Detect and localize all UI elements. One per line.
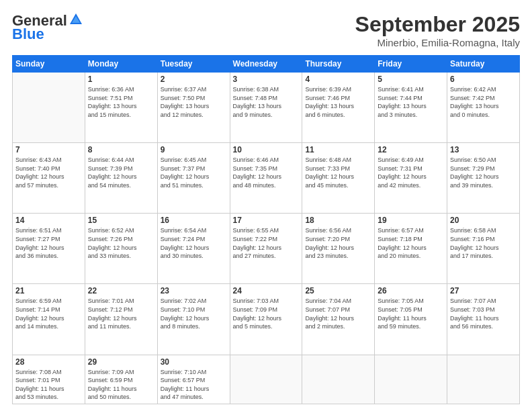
day-info: Sunrise: 7:07 AMSunset: 7:03 PMDaylight:…: [450, 297, 517, 330]
day-number: 2: [161, 75, 227, 84]
day-info: Sunrise: 6:39 AMSunset: 7:46 PMDaylight:…: [305, 85, 371, 119]
day-info: Sunrise: 7:02 AMSunset: 7:10 PMDaylight:…: [161, 297, 227, 330]
day-number: 22: [88, 286, 154, 295]
location: Minerbio, Emilia-Romagna, Italy: [355, 37, 520, 48]
calendar-table: SundayMondayTuesdayWednesdayThursdayFrid…: [12, 55, 520, 404]
calendar-cell: 4Sunrise: 6:39 AMSunset: 7:46 PMDaylight…: [302, 73, 375, 143]
logo: General Blue: [12, 12, 83, 43]
calendar-cell: 30Sunrise: 7:10 AMSunset: 6:57 PMDayligh…: [157, 355, 230, 404]
day-number: 28: [15, 357, 82, 367]
day-number: 10: [233, 145, 300, 154]
calendar-cell: 21Sunrise: 6:59 AMSunset: 7:14 PMDayligh…: [13, 284, 85, 355]
day-number: 4: [305, 75, 371, 84]
calendar-week-5: 28Sunrise: 7:08 AMSunset: 7:01 PMDayligh…: [13, 355, 520, 404]
day-info: Sunrise: 7:03 AMSunset: 7:09 PMDaylight:…: [233, 297, 300, 330]
header: General Blue September 2025 Minerbio, Em…: [12, 12, 520, 48]
calendar-cell: 9Sunrise: 6:45 AMSunset: 7:37 PMDaylight…: [157, 143, 230, 214]
day-number: 20: [450, 216, 517, 225]
calendar-cell: 29Sunrise: 7:09 AMSunset: 6:59 PMDayligh…: [85, 355, 157, 404]
day-number: 8: [88, 145, 154, 154]
weekday-header-thursday: Thursday: [302, 56, 375, 73]
logo-icon: [69, 12, 83, 27]
calendar-cell: 10Sunrise: 6:46 AMSunset: 7:35 PMDayligh…: [230, 143, 302, 214]
day-number: 16: [161, 216, 227, 225]
calendar-cell: [375, 355, 447, 404]
day-number: 21: [15, 286, 82, 295]
calendar-week-2: 7Sunrise: 6:43 AMSunset: 7:40 PMDaylight…: [13, 143, 520, 214]
day-info: Sunrise: 6:51 AMSunset: 7:27 PMDaylight:…: [15, 226, 82, 260]
calendar-cell: 11Sunrise: 6:48 AMSunset: 7:33 PMDayligh…: [302, 143, 375, 214]
day-info: Sunrise: 6:37 AMSunset: 7:50 PMDaylight:…: [161, 85, 227, 119]
day-number: 24: [233, 286, 300, 295]
day-number: 1: [88, 75, 154, 84]
day-info: Sunrise: 6:56 AMSunset: 7:20 PMDaylight:…: [305, 226, 371, 260]
calendar-cell: 17Sunrise: 6:55 AMSunset: 7:22 PMDayligh…: [230, 214, 302, 284]
logo-blue: Blue: [12, 26, 44, 43]
day-number: 19: [378, 216, 444, 225]
calendar-cell: 3Sunrise: 6:38 AMSunset: 7:48 PMDaylight…: [230, 73, 302, 143]
day-info: Sunrise: 6:49 AMSunset: 7:31 PMDaylight:…: [378, 156, 444, 189]
day-info: Sunrise: 6:50 AMSunset: 7:29 PMDaylight:…: [450, 156, 517, 189]
day-info: Sunrise: 7:08 AMSunset: 7:01 PMDaylight:…: [15, 368, 82, 402]
weekday-header-friday: Friday: [375, 56, 447, 73]
calendar-cell: 27Sunrise: 7:07 AMSunset: 7:03 PMDayligh…: [447, 284, 520, 355]
weekday-header-saturday: Saturday: [447, 56, 520, 73]
calendar-cell: [302, 355, 375, 404]
calendar-cell: [230, 355, 302, 404]
day-number: 17: [233, 216, 300, 225]
day-info: Sunrise: 6:38 AMSunset: 7:48 PMDaylight:…: [233, 85, 300, 119]
day-number: 25: [305, 286, 371, 295]
day-info: Sunrise: 6:45 AMSunset: 7:37 PMDaylight:…: [161, 156, 227, 189]
day-number: 13: [450, 145, 517, 154]
day-info: Sunrise: 6:57 AMSunset: 7:18 PMDaylight:…: [378, 226, 444, 260]
day-info: Sunrise: 7:04 AMSunset: 7:07 PMDaylight:…: [305, 297, 371, 330]
day-number: 14: [15, 216, 82, 225]
day-info: Sunrise: 6:44 AMSunset: 7:39 PMDaylight:…: [88, 156, 154, 189]
day-number: 18: [305, 216, 371, 225]
weekday-header-sunday: Sunday: [13, 56, 85, 73]
calendar-cell: 13Sunrise: 6:50 AMSunset: 7:29 PMDayligh…: [447, 143, 520, 214]
day-info: Sunrise: 6:54 AMSunset: 7:24 PMDaylight:…: [161, 226, 227, 260]
day-number: 15: [88, 216, 154, 225]
day-info: Sunrise: 7:05 AMSunset: 7:05 PMDaylight:…: [378, 297, 444, 330]
weekday-header-row: SundayMondayTuesdayWednesdayThursdayFrid…: [13, 56, 520, 73]
day-info: Sunrise: 6:43 AMSunset: 7:40 PMDaylight:…: [15, 156, 82, 189]
calendar-cell: 7Sunrise: 6:43 AMSunset: 7:40 PMDaylight…: [13, 143, 85, 214]
title-block: September 2025 Minerbio, Emilia-Romagna,…: [355, 12, 520, 48]
calendar-cell: 23Sunrise: 7:02 AMSunset: 7:10 PMDayligh…: [157, 284, 230, 355]
day-info: Sunrise: 6:48 AMSunset: 7:33 PMDaylight:…: [305, 156, 371, 189]
day-number: 27: [450, 286, 517, 295]
day-number: 29: [88, 357, 154, 367]
calendar-cell: 28Sunrise: 7:08 AMSunset: 7:01 PMDayligh…: [13, 355, 85, 404]
day-number: 26: [378, 286, 444, 295]
day-number: 9: [161, 145, 227, 154]
weekday-header-tuesday: Tuesday: [157, 56, 230, 73]
day-info: Sunrise: 6:42 AMSunset: 7:42 PMDaylight:…: [450, 85, 517, 119]
calendar-cell: 20Sunrise: 6:58 AMSunset: 7:16 PMDayligh…: [447, 214, 520, 284]
calendar-week-3: 14Sunrise: 6:51 AMSunset: 7:27 PMDayligh…: [13, 214, 520, 284]
calendar-week-4: 21Sunrise: 6:59 AMSunset: 7:14 PMDayligh…: [13, 284, 520, 355]
day-number: 7: [15, 145, 82, 154]
day-number: 12: [378, 145, 444, 154]
calendar-cell: 15Sunrise: 6:52 AMSunset: 7:26 PMDayligh…: [85, 214, 157, 284]
day-info: Sunrise: 6:52 AMSunset: 7:26 PMDaylight:…: [88, 226, 154, 260]
calendar-cell: 1Sunrise: 6:36 AMSunset: 7:51 PMDaylight…: [85, 73, 157, 143]
day-info: Sunrise: 6:55 AMSunset: 7:22 PMDaylight:…: [233, 226, 300, 260]
calendar-cell: 8Sunrise: 6:44 AMSunset: 7:39 PMDaylight…: [85, 143, 157, 214]
day-info: Sunrise: 6:59 AMSunset: 7:14 PMDaylight:…: [15, 297, 82, 330]
calendar-cell: [13, 73, 85, 143]
month-title: September 2025: [355, 12, 520, 37]
day-number: 30: [161, 357, 227, 367]
calendar-cell: 16Sunrise: 6:54 AMSunset: 7:24 PMDayligh…: [157, 214, 230, 284]
day-number: 5: [378, 75, 444, 84]
calendar-cell: 6Sunrise: 6:42 AMSunset: 7:42 PMDaylight…: [447, 73, 520, 143]
day-info: Sunrise: 7:09 AMSunset: 6:59 PMDaylight:…: [88, 368, 154, 402]
page: General Blue September 2025 Minerbio, Em…: [0, 0, 532, 411]
day-info: Sunrise: 7:01 AMSunset: 7:12 PMDaylight:…: [88, 297, 154, 330]
day-info: Sunrise: 6:46 AMSunset: 7:35 PMDaylight:…: [233, 156, 300, 189]
day-info: Sunrise: 6:41 AMSunset: 7:44 PMDaylight:…: [378, 85, 444, 119]
calendar-cell: 5Sunrise: 6:41 AMSunset: 7:44 PMDaylight…: [375, 73, 447, 143]
day-info: Sunrise: 7:10 AMSunset: 6:57 PMDaylight:…: [161, 368, 227, 402]
calendar-cell: 14Sunrise: 6:51 AMSunset: 7:27 PMDayligh…: [13, 214, 85, 284]
weekday-header-wednesday: Wednesday: [230, 56, 302, 73]
